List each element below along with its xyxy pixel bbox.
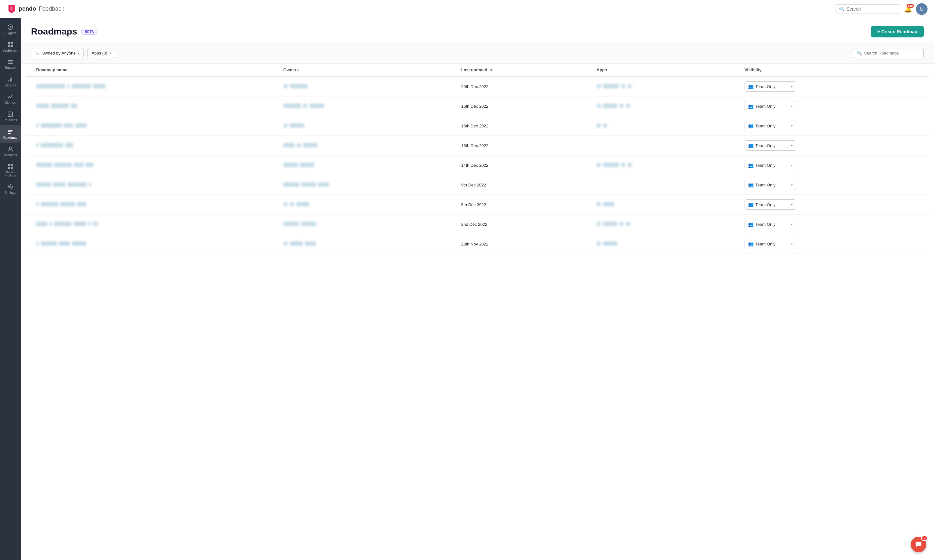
- cell-name-1[interactable]: [26, 97, 273, 116]
- cell-apps-1: [586, 97, 734, 116]
- visibility-label-1: Team Only: [755, 104, 775, 109]
- table-row: 5th Dec 2022 👥 Team Only ▾: [26, 195, 929, 214]
- visibility-label-7: Team Only: [755, 222, 775, 227]
- roadmap-search-box[interactable]: 🔍: [853, 48, 924, 58]
- sidebar-item-pendo-products[interactable]: Pendo Products: [0, 160, 21, 180]
- cell-visibility-1: 👥 Team Only ▾: [734, 97, 929, 116]
- releases-icon: [7, 111, 14, 117]
- cell-apps-0: [586, 77, 734, 97]
- table-row: 16th Dec 2022 👥 Team Only ▾: [26, 116, 929, 136]
- cell-name-6[interactable]: [26, 195, 273, 214]
- owner-filter-chevron-icon: ▾: [78, 51, 79, 55]
- avatar[interactable]: U: [916, 3, 928, 15]
- cell-name-0[interactable]: [26, 77, 273, 97]
- cell-name-7[interactable]: [26, 214, 273, 234]
- apps-0: [596, 84, 632, 88]
- sidebar-item-settings[interactable]: Settings: [0, 180, 21, 198]
- visibility-dropdown-4[interactable]: 👥 Team Only ▾: [744, 160, 796, 170]
- svg-point-16: [10, 97, 11, 98]
- cell-name-3[interactable]: [26, 136, 273, 155]
- owner-filter-label: Owned by Anyone: [42, 51, 76, 55]
- cell-owners-0: [273, 77, 451, 97]
- cell-apps-2: [586, 116, 734, 136]
- header-search-box[interactable]: 🔍: [835, 4, 900, 14]
- table-row: 28th Nov 2022 👥 Team Only ▾: [26, 234, 929, 254]
- pendo-icon: [6, 4, 17, 14]
- dashboard-icon: [7, 41, 14, 48]
- sidebar-item-suggest[interactable]: Suggest: [0, 21, 21, 38]
- cell-name-5[interactable]: [26, 175, 273, 195]
- cell-visibility-7: 👥 Team Only ▾: [734, 214, 929, 234]
- visibility-chevron-icon-1: ▾: [791, 105, 793, 108]
- visibility-dropdown-1[interactable]: 👥 Team Only ▾: [744, 101, 796, 111]
- owners-3: [284, 143, 317, 148]
- col-header-apps: Apps: [586, 63, 734, 77]
- visibility-dropdown-6[interactable]: 👥 Team Only ▾: [744, 199, 796, 210]
- apps-6: [596, 202, 614, 206]
- app-body: Suggest Dashboard Browse Reports Metrics…: [0, 18, 934, 560]
- owners-7: [284, 222, 316, 226]
- visibility-dropdown-8[interactable]: 👥 Team Only ▾: [744, 239, 796, 249]
- table-row: 16th Dec 2022 👥 Team Only ▾: [26, 136, 929, 155]
- cell-owners-8: [273, 234, 451, 254]
- pendo-logo: pendo: [6, 4, 36, 14]
- chat-bubble[interactable]: 2: [911, 537, 926, 552]
- visibility-chevron-icon-6: ▾: [791, 203, 793, 206]
- visibility-label-0: Team Only: [755, 84, 775, 89]
- cell-visibility-5: 👥 Team Only ▾: [734, 175, 929, 195]
- visibility-icon-2: 👥: [748, 123, 754, 128]
- roadmap-search-input[interactable]: [864, 51, 920, 55]
- sidebar-item-roadmap[interactable]: Roadmap: [0, 125, 21, 143]
- cell-owners-1: [273, 97, 451, 116]
- visibility-label-4: Team Only: [755, 163, 775, 168]
- cell-visibility-0: 👥 Team Only ▾: [734, 77, 929, 97]
- visibility-dropdown-7[interactable]: 👥 Team Only ▾: [744, 219, 796, 229]
- sidebar-item-dashboard[interactable]: Dashboard: [0, 38, 21, 55]
- cell-visibility-3: 👥 Team Only ▾: [734, 136, 929, 155]
- cell-name-8[interactable]: [26, 234, 273, 254]
- cell-owners-2: [273, 116, 451, 136]
- notification-button[interactable]: 🔔 189: [904, 5, 912, 13]
- sidebar-item-accounts[interactable]: Accounts: [0, 143, 21, 160]
- cell-name-4[interactable]: [26, 155, 273, 175]
- svg-rect-6: [11, 42, 13, 45]
- table-row: 20th Dec 2022 👥 Team Only ▾: [26, 77, 929, 97]
- cell-owners-4: [273, 155, 451, 175]
- visibility-label-5: Team Only: [755, 183, 775, 188]
- cell-owners-7: [273, 214, 451, 234]
- visibility-chevron-icon-2: ▾: [791, 124, 793, 128]
- cell-date-3: 16th Dec 2022: [451, 136, 586, 155]
- visibility-dropdown-0[interactable]: 👥 Team Only ▾: [744, 81, 796, 92]
- sidebar-item-browse[interactable]: Browse: [0, 55, 21, 73]
- visibility-chevron-icon-8: ▾: [791, 242, 793, 246]
- sidebar-item-reports[interactable]: Reports: [0, 73, 21, 90]
- owner-filter[interactable]: Owned by Anyone ▾: [31, 48, 83, 58]
- visibility-dropdown-2[interactable]: 👥 Team Only ▾: [744, 121, 796, 131]
- logo-area: pendo Feedback: [6, 4, 831, 14]
- svg-point-32: [37, 52, 38, 53]
- sidebar-item-releases[interactable]: Releases: [0, 108, 21, 125]
- sidebar-pendo-products-label: Pendo Products: [2, 171, 19, 177]
- apps-filter-label: Apps (0): [92, 51, 108, 55]
- sidebar-item-metrics[interactable]: Metrics: [0, 90, 21, 108]
- cell-apps-7: [586, 214, 734, 234]
- chat-bubble-badge: 2: [921, 535, 928, 541]
- visibility-dropdown-3[interactable]: 👥 Team Only ▾: [744, 140, 796, 151]
- col-header-last-updated[interactable]: Last updated ⇅: [451, 63, 586, 77]
- visibility-dropdown-5[interactable]: 👥 Team Only ▾: [744, 180, 796, 190]
- apps-filter[interactable]: Apps (0) ▾: [88, 48, 115, 58]
- cell-visibility-6: 👥 Team Only ▾: [734, 195, 929, 214]
- avatar-initials: U: [920, 6, 923, 12]
- owners-0: [284, 84, 308, 88]
- header-right: 🔍 🔔 189 U: [835, 3, 928, 15]
- header-search-input[interactable]: [846, 6, 897, 12]
- visibility-chevron-icon-3: ▾: [791, 144, 793, 148]
- beta-badge: BETA: [81, 29, 97, 34]
- page-title: Roadmaps: [31, 26, 77, 37]
- owner-icon: [35, 51, 40, 55]
- cell-name-2[interactable]: [26, 116, 273, 136]
- main-content: Roadmaps BETA + Create Roadmap Owned by …: [21, 18, 934, 560]
- create-roadmap-button[interactable]: + Create Roadmap: [871, 26, 924, 37]
- cell-apps-4: [586, 155, 734, 175]
- sidebar-suggest-label: Suggest: [5, 31, 17, 35]
